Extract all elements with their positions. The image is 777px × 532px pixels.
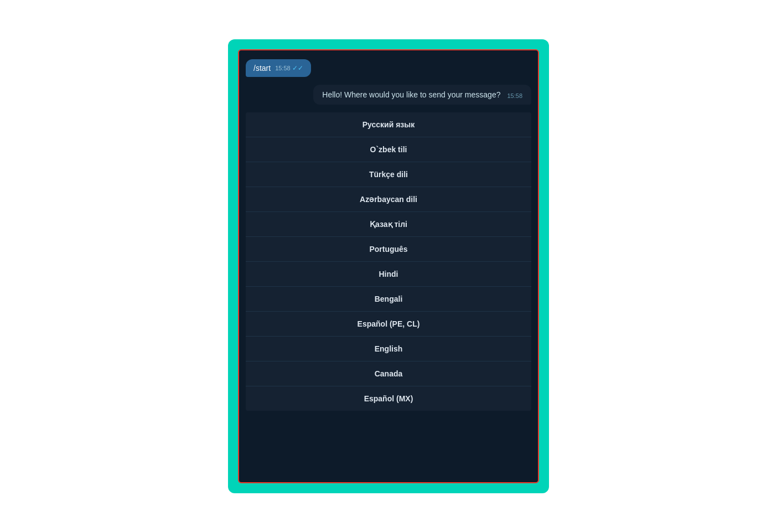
sent-bubble: /start 15:58 ✓✓ [246,59,311,77]
sent-message: /start 15:58 ✓✓ [246,59,531,77]
received-text: Hello! Where would you like to send your… [322,90,500,99]
language-button-3[interactable]: Azərbaycan dili [246,187,531,212]
language-button-9[interactable]: English [246,337,531,361]
sent-text: /start [253,64,271,73]
received-bubble: Hello! Where would you like to send your… [313,85,531,105]
language-button-8[interactable]: Español (PE, CL) [246,312,531,337]
language-button-2[interactable]: Türkçe dili [246,162,531,187]
language-list: Русский языкO`zbek tiliTürkçe diliAzərba… [246,112,531,476]
language-button-5[interactable]: Português [246,237,531,262]
chat-container: /start 15:58 ✓✓ Hello! Where would you l… [238,49,539,483]
language-button-10[interactable]: Canada [246,361,531,386]
language-button-7[interactable]: Bengali [246,287,531,312]
language-button-6[interactable]: Hindi [246,262,531,287]
sent-time: 15:58 ✓✓ [275,64,303,72]
read-icon: ✓✓ [292,64,303,72]
received-time: 15:58 [507,92,522,99]
received-message: Hello! Where would you like to send your… [246,85,531,105]
language-button-11[interactable]: Español (MX) [246,386,531,411]
language-button-4[interactable]: Қазақ тілі [246,212,531,237]
outer-background: /start 15:58 ✓✓ Hello! Where would you l… [228,39,549,493]
language-button-0[interactable]: Русский язык [246,112,531,137]
language-button-1[interactable]: O`zbek tili [246,137,531,162]
